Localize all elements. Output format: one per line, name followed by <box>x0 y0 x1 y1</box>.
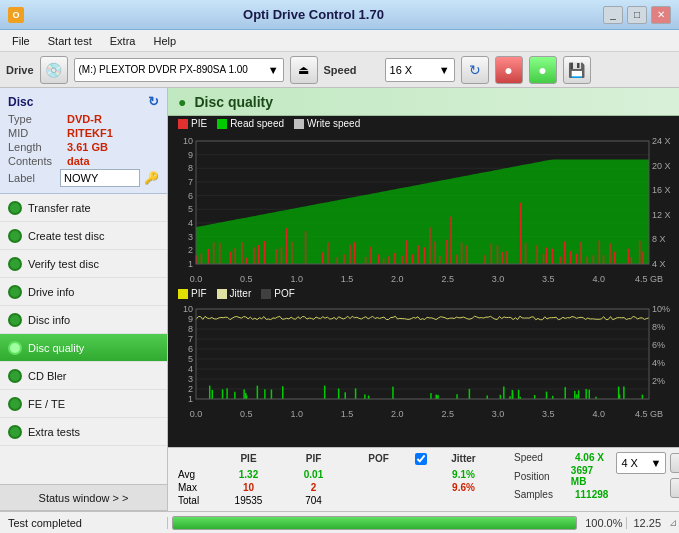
main-layout: Disc ↻ Type DVD-R MID RITEKF1 Length 3.6… <box>0 88 679 511</box>
max-label: Max <box>176 481 216 494</box>
sidebar-item-verify-test-disc[interactable]: Verify test disc <box>0 250 167 278</box>
nav-dot <box>8 425 22 439</box>
position-value: 3697 MB <box>571 465 609 487</box>
jitter-checkbox[interactable] <box>415 453 427 465</box>
length-value: 3.61 GB <box>67 141 108 153</box>
disc-refresh-icon[interactable]: ↻ <box>148 94 159 109</box>
max-jitter: 9.6% <box>431 481 496 494</box>
col-empty <box>176 452 216 468</box>
refresh-button[interactable]: ↻ <box>461 56 489 84</box>
status-text: Test completed <box>0 517 168 529</box>
speed-row: Speed 4.06 X <box>514 452 608 463</box>
nav-label: Extra tests <box>28 426 80 438</box>
stats-table: PIE PIF POF Jitter Avg 1.32 0.01 9.1% <box>176 452 496 507</box>
speed-dropdown-arrow: ▼ <box>439 64 450 76</box>
label-icon[interactable]: 🔑 <box>144 171 159 185</box>
nav-dot <box>8 257 22 271</box>
speed-dropdown[interactable]: 4 X ▼ <box>616 452 666 474</box>
stats-panel: PIE PIF POF Jitter Avg 1.32 0.01 9.1% <box>168 447 679 511</box>
sidebar-item-cd-bler[interactable]: CD Bler <box>0 362 167 390</box>
legend-jitter: Jitter <box>217 288 252 299</box>
chart-legend-bottom: PIF Jitter POF <box>168 286 679 301</box>
type-label: Type <box>8 113 63 125</box>
status-bar: Test completed 100.0% 12.25 ⊿ <box>0 511 679 533</box>
contents-value: data <box>67 155 90 167</box>
sidebar-item-drive-info[interactable]: Drive info <box>0 278 167 306</box>
menu-file[interactable]: File <box>4 33 38 49</box>
progress-percent: 100.0% <box>581 517 627 529</box>
avg-label: Avg <box>176 468 216 481</box>
minimize-button[interactable]: _ <box>603 6 623 24</box>
speed-select[interactable]: 16 X ▼ <box>385 58 455 82</box>
col-jitter: Jitter <box>431 452 496 468</box>
pie-chart <box>168 131 679 286</box>
nav-dot <box>8 285 22 299</box>
chart-legend-top: PIE Read speed Write speed <box>168 116 679 131</box>
position-row: Position 3697 MB <box>514 465 608 487</box>
label-input[interactable] <box>60 169 140 187</box>
sidebar-item-create-test-disc[interactable]: Create test disc <box>0 222 167 250</box>
green-button[interactable]: ● <box>529 56 557 84</box>
jitter-checkbox-cell <box>411 452 431 468</box>
nav-label: Disc info <box>28 314 70 326</box>
label-label: Label <box>8 172 56 184</box>
avg-pof <box>346 468 411 481</box>
mid-value: RITEKF1 <box>67 127 113 139</box>
stats-header-row: PIE PIF POF Jitter <box>176 452 496 468</box>
avg-pif: 0.01 <box>281 468 346 481</box>
sidebar-item-disc-info[interactable]: Disc info <box>0 306 167 334</box>
sidebar: Disc ↻ Type DVD-R MID RITEKF1 Length 3.6… <box>0 88 168 511</box>
disc-panel: Disc ↻ Type DVD-R MID RITEKF1 Length 3.6… <box>0 88 167 194</box>
nav-dot <box>8 201 22 215</box>
nav-label: Transfer rate <box>28 202 91 214</box>
contents-label: Contents <box>8 155 63 167</box>
start-part-button[interactable]: Start part <box>670 478 679 498</box>
menu-extra[interactable]: Extra <box>102 33 144 49</box>
drive-select[interactable]: (M:) PLEXTOR DVDR PX-890SA 1.00 ▼ <box>74 58 284 82</box>
sidebar-item-fe-te[interactable]: FE / TE <box>0 390 167 418</box>
nav-label: Verify test disc <box>28 258 99 270</box>
content-area: ● Disc quality PIE Read speed Write spee… <box>168 88 679 511</box>
save-button[interactable]: 💾 <box>563 56 591 84</box>
disc-quality-icon: ● <box>178 94 186 110</box>
nav-label: CD Bler <box>28 370 67 382</box>
samples-value: 111298 <box>575 489 608 500</box>
position-label: Position <box>514 471 565 482</box>
legend-read-speed: Read speed <box>217 118 284 129</box>
length-label: Length <box>8 141 63 153</box>
close-button[interactable]: ✕ <box>651 6 671 24</box>
sidebar-item-extra-tests[interactable]: Extra tests <box>0 418 167 446</box>
status-window-button[interactable]: Status window > > <box>0 485 167 511</box>
action-buttons: 4 X ▼ Start full Start part <box>616 452 679 498</box>
maximize-button[interactable]: □ <box>627 6 647 24</box>
dropdown-arrow: ▼ <box>650 457 661 469</box>
col-pof: POF <box>346 452 411 468</box>
legend-write-speed: Write speed <box>294 118 360 129</box>
nav-dot <box>8 313 22 327</box>
stats-total-row: Total 19535 704 <box>176 494 496 507</box>
pof-color <box>261 289 271 299</box>
red-button[interactable]: ● <box>495 56 523 84</box>
write-color <box>294 119 304 129</box>
sidebar-bottom: Status window > > <box>0 484 167 511</box>
sidebar-item-disc-quality[interactable]: Disc quality <box>0 334 167 362</box>
stats-max-row: Max 10 2 9.6% <box>176 481 496 494</box>
samples-row: Samples 111298 <box>514 489 608 500</box>
speed-info: Speed 4.06 X Position 3697 MB Samples 11… <box>514 452 608 500</box>
sidebar-item-transfer-rate[interactable]: Transfer rate <box>0 194 167 222</box>
menu-start-test[interactable]: Start test <box>40 33 100 49</box>
max-pif: 2 <box>281 481 346 494</box>
start-full-button[interactable]: Start full <box>670 453 679 473</box>
drive-label: Drive <box>6 64 34 76</box>
total-jitter <box>431 494 496 507</box>
avg-jitter: 9.1% <box>431 468 496 481</box>
speed-label: Speed <box>514 452 569 463</box>
col-pif: PIF <box>281 452 346 468</box>
total-pif: 704 <box>281 494 346 507</box>
menu-help[interactable]: Help <box>145 33 184 49</box>
max-spacer <box>411 481 431 494</box>
legend-pie: PIE <box>178 118 207 129</box>
jitter-chart <box>168 301 679 421</box>
eject-button[interactable]: ⏏ <box>290 56 318 84</box>
time-display: 12.25 <box>627 517 667 529</box>
